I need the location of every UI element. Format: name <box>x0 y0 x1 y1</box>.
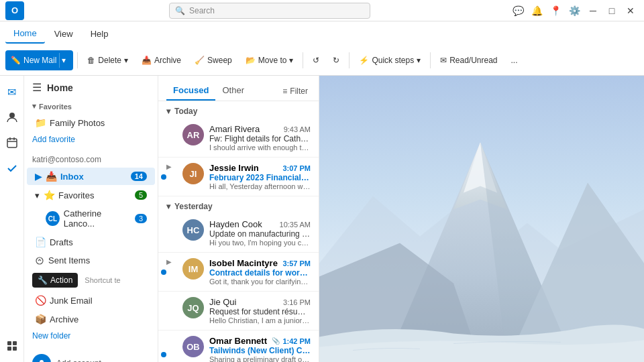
email-expand-4[interactable]: ▶ <box>166 258 177 265</box>
favorites-icon: ⭐ <box>44 190 54 200</box>
email-item[interactable]: ▶ IM Isobel Macintyre 3:57 PM Contract d… <box>158 253 319 292</box>
avatar-jessie: JI <box>182 163 204 184</box>
compose-icon: ✏️ <box>11 56 21 65</box>
read-unread-button[interactable]: ✉ Read/Unread <box>435 53 502 68</box>
email-subject: Request for student résumé review <box>209 307 311 316</box>
quick-steps-button[interactable]: ⚡ Quick steps ▾ <box>354 53 426 68</box>
email-time: 1:42 PM <box>282 337 311 345</box>
email-item[interactable]: ▶ JI Jessie Irwin 3:07 PM February 2023 … <box>158 158 319 196</box>
unread-indicator <box>161 174 166 180</box>
email-sender: Omar Bennett <box>209 336 267 346</box>
close-button[interactable]: ✕ <box>623 3 639 19</box>
sidebar-item-action[interactable]: 🔧 Action Shortcut te <box>27 270 155 290</box>
favorites-folder-expand[interactable]: ▾ <box>35 190 40 200</box>
email-expand-2[interactable]: ▶ <box>166 163 177 170</box>
inbox-expand-icon[interactable]: ▶ <box>35 172 42 182</box>
favorites-expand-icon[interactable]: ▾ <box>32 102 36 111</box>
ribbon-divider-4 <box>430 52 431 68</box>
filter-button[interactable]: ≡ Filter <box>280 84 311 99</box>
nav-tasks[interactable] <box>1 158 23 179</box>
shortcut-text: Shortcut te <box>85 276 120 284</box>
undo-button[interactable]: ↺ <box>307 53 325 68</box>
email-time: 9:43 AM <box>284 125 311 133</box>
envelope-icon: ✉ <box>440 56 447 65</box>
tab-other[interactable]: Other <box>215 81 251 101</box>
email-content-1: Amari Rivera 9:43 AM Fw: Flight details … <box>209 124 311 152</box>
unread-indicator <box>161 352 166 357</box>
app-logo: O <box>5 1 24 20</box>
sweep-button[interactable]: 🧹 Sweep <box>189 53 237 68</box>
settings-icon[interactable]: ⚙️ <box>566 3 582 19</box>
email-item[interactable]: OB Omar Bennett 📎 1:42 PM Tailwinds (New… <box>158 330 319 362</box>
sidebar-item-inbox[interactable]: ▶ 📥 Inbox 14 <box>27 168 155 185</box>
search-icon: 🔍 <box>175 6 185 15</box>
title-bar: O 🔍 Search 💬 🔔 📍 ⚙️ ─ □ ✕ <box>0 0 644 21</box>
archive-button[interactable]: 📥 Archive <box>136 53 186 68</box>
email-content-4: Isobel Macintyre 3:57 PM Contract detail… <box>209 258 311 286</box>
delete-button[interactable]: 🗑 Delete ▾ <box>82 53 133 68</box>
hamburger-menu[interactable]: ☰ <box>32 81 42 94</box>
sidebar-item-catherine[interactable]: CL Catherine Lanco... 3 <box>27 205 155 232</box>
new-folder-link[interactable]: New folder <box>24 328 158 343</box>
collapse-icon[interactable]: ▾ <box>166 107 170 116</box>
catherine-avatar: CL <box>46 211 60 226</box>
minimize-button[interactable]: ─ <box>585 3 601 19</box>
redo-button[interactable]: ↻ <box>327 53 345 68</box>
sent-icon <box>35 256 44 265</box>
sidebar-item-archive[interactable]: 📦 Archive <box>27 310 155 328</box>
sidebar-item-junk[interactable]: 🚫 Junk Email <box>27 292 155 309</box>
delete-dropdown-icon[interactable]: ▾ <box>124 56 128 65</box>
action-icon: 🔧 <box>38 276 48 285</box>
email-item[interactable]: HC Hayden Cook 10:35 AM Update on manufa… <box>158 214 319 253</box>
sidebar-item-favorites[interactable]: ▾ ⭐ Favorites 5 <box>27 186 155 204</box>
collapse-icon-2[interactable]: ▾ <box>166 202 170 211</box>
left-nav: ✉ <box>0 76 24 362</box>
action-folder-button[interactable]: 🔧 Action <box>32 273 78 288</box>
nav-calendar[interactable] <box>1 132 23 154</box>
move-to-button[interactable]: 📂 Move to ▾ <box>240 53 299 68</box>
search-bar[interactable]: 🔍 Search <box>169 3 370 19</box>
move-icon: 📂 <box>246 56 256 65</box>
favorites-label: ▾ Favorites <box>24 99 158 113</box>
sidebar-item-sent[interactable]: Sent Items <box>27 252 155 269</box>
tab-home[interactable]: Home <box>5 24 45 44</box>
email-content-6: Omar Bennett 📎 1:42 PM Tailwinds (New Cl… <box>209 336 311 362</box>
tab-help[interactable]: Help <box>83 25 117 43</box>
sidebar-item-family-photos[interactable]: 📁 Family Photos <box>27 114 155 131</box>
nav-people[interactable] <box>1 107 23 128</box>
email-item[interactable]: AR Amari Rivera 9:43 AM Fw: Flight detai… <box>158 119 319 158</box>
add-account-section[interactable]: Add account <box>24 349 158 362</box>
ribbon: Home View Help ✏️ New Mail ▾ 🗑 Delete ▾ … <box>0 21 644 76</box>
tab-view[interactable]: View <box>46 25 81 43</box>
sidebar-item-drafts[interactable]: 📄 Drafts <box>27 233 155 251</box>
chat-icon[interactable]: 💬 <box>510 3 526 19</box>
ribbon-actions: ✏️ New Mail ▾ 🗑 Delete ▾ 📥 Archive 🧹 Swe… <box>0 46 644 75</box>
main-area: ✉ ☰ Home ▾ Favorites 📁 Family Photos Add… <box>0 76 644 362</box>
email-subject: Update on manufacturing plant... <box>209 229 311 239</box>
ribbon-divider-2 <box>303 52 303 68</box>
new-mail-button[interactable]: ✏️ New Mail ▾ <box>5 50 73 70</box>
email-preview: Hello Christian, I am a junior studying … <box>209 316 311 324</box>
delete-icon: 🗑 <box>87 56 95 65</box>
quick-steps-dropdown[interactable]: ▾ <box>417 56 421 65</box>
email-time: 3:57 PM <box>282 259 311 267</box>
drafts-icon: 📄 <box>35 237 46 247</box>
nav-apps[interactable] <box>1 335 23 357</box>
move-dropdown-icon[interactable]: ▾ <box>289 56 293 65</box>
add-favorite-link[interactable]: Add favorite <box>24 132 158 147</box>
mountain-background <box>319 76 644 362</box>
location-icon[interactable]: 📍 <box>547 3 564 19</box>
svg-rect-1 <box>7 139 17 147</box>
svg-point-0 <box>9 113 15 118</box>
tab-focused[interactable]: Focused <box>166 81 215 101</box>
nav-mail[interactable]: ✉ <box>1 81 23 103</box>
archive-folder-icon: 📦 <box>35 314 46 324</box>
new-mail-dropdown[interactable]: ▾ <box>59 53 68 68</box>
bell-icon[interactable]: 🔔 <box>529 3 545 19</box>
more-actions-button[interactable]: ... <box>506 53 523 68</box>
ribbon-divider-3 <box>349 52 350 68</box>
email-sender: Jie Qui <box>209 297 236 307</box>
maximize-button[interactable]: □ <box>604 3 620 19</box>
avatar-amari: AR <box>182 124 204 145</box>
email-item[interactable]: JQ Jie Qui 3:16 PM Request for student r… <box>158 292 319 330</box>
